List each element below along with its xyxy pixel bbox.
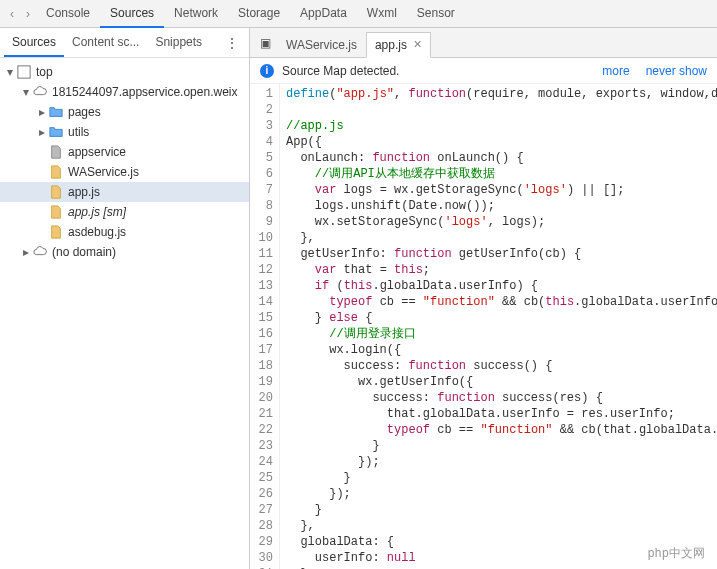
more-icon[interactable]: ⋮ (219, 35, 245, 51)
twisty-icon[interactable]: ▸ (36, 105, 48, 119)
close-icon[interactable]: ✕ (413, 38, 422, 51)
cloud-icon (32, 244, 48, 260)
top-tab-console[interactable]: Console (36, 0, 100, 28)
top-tab-sources[interactable]: Sources (100, 0, 164, 28)
tree-item-label: app.js (68, 185, 100, 199)
info-more-link[interactable]: more (602, 64, 629, 78)
sources-subtab[interactable]: Sources (4, 29, 64, 57)
sources-subtab[interactable]: Content sc... (64, 29, 147, 57)
twisty-icon[interactable]: ▸ (36, 125, 48, 139)
tree-item-label: utils (68, 125, 89, 139)
sources-subtabs: SourcesContent sc...Snippets ⋮ (0, 28, 249, 58)
tree-item-label: WAService.js (68, 165, 139, 179)
tree-item[interactable]: ▾1815244097.appservice.open.weix (0, 82, 249, 102)
editor-tab[interactable]: WAService.js (277, 32, 366, 58)
top-tab-storage[interactable]: Storage (228, 0, 290, 28)
editor-panel: ▣ WAService.jsapp.js✕ i Source Map detec… (250, 28, 717, 569)
twisty-icon[interactable]: ▾ (20, 85, 32, 99)
top-tab-network[interactable]: Network (164, 0, 228, 28)
tree-item[interactable]: ▸(no domain) (0, 242, 249, 262)
folder-icon (48, 104, 64, 120)
file-js-icon (48, 164, 64, 180)
tree-item-label: top (36, 65, 53, 79)
twisty-icon[interactable]: ▸ (20, 245, 32, 259)
frame-icon (16, 64, 32, 80)
main-split: SourcesContent sc...Snippets ⋮ ▾top▾1815… (0, 28, 717, 569)
sourcemap-info-bar: i Source Map detected. more never show (250, 58, 717, 84)
nav-right-icon[interactable]: › (20, 7, 36, 21)
twisty-icon[interactable]: ▾ (4, 65, 16, 79)
file-js-icon (48, 184, 64, 200)
tree-item-label: 1815244097.appservice.open.weix (52, 85, 237, 99)
info-text: Source Map detected. (282, 64, 586, 78)
tree-item[interactable]: appservice (0, 142, 249, 162)
tree-item-label: asdebug.js (68, 225, 126, 239)
tree-item[interactable]: ▸utils (0, 122, 249, 142)
file-js-icon (48, 224, 64, 240)
tree-item[interactable]: app.js [sm] (0, 202, 249, 222)
editor-tabs: ▣ WAService.jsapp.js✕ (250, 28, 717, 58)
tree-item-label: pages (68, 105, 101, 119)
info-never-show-link[interactable]: never show (646, 64, 707, 78)
line-gutter: 1 2 3 4 5 6 7 8 9 10 11 12 13 14 15 16 1… (250, 84, 280, 569)
top-tab-sensor[interactable]: Sensor (407, 0, 465, 28)
editor-tab-label: app.js (375, 38, 407, 52)
code-content[interactable]: define("app.js", function(require, modul… (280, 84, 717, 569)
editor-tab-label: WAService.js (286, 38, 357, 52)
editor-tab[interactable]: app.js✕ (366, 32, 431, 58)
tree-item[interactable]: ▸pages (0, 102, 249, 122)
tree-item-label: appservice (68, 145, 126, 159)
tree-item-label: app.js [sm] (68, 205, 126, 219)
file-js-icon (48, 204, 64, 220)
tree-item-label: (no domain) (52, 245, 116, 259)
cloud-icon (32, 84, 48, 100)
sources-subtab[interactable]: Snippets (147, 29, 210, 57)
svg-rect-0 (18, 66, 30, 78)
toggle-navigator-icon[interactable]: ▣ (254, 36, 277, 50)
file-grey-icon (48, 144, 64, 160)
code-editor[interactable]: 1 2 3 4 5 6 7 8 9 10 11 12 13 14 15 16 1… (250, 84, 717, 569)
tree-item[interactable]: app.js (0, 182, 249, 202)
top-tab-appdata[interactable]: AppData (290, 0, 357, 28)
tree-item[interactable]: asdebug.js (0, 222, 249, 242)
top-tab-wxml[interactable]: Wxml (357, 0, 407, 28)
nav-left-icon[interactable]: ‹ (4, 7, 20, 21)
file-tree[interactable]: ▾top▾1815244097.appservice.open.weix▸pag… (0, 58, 249, 569)
tree-item[interactable]: WAService.js (0, 162, 249, 182)
info-icon: i (260, 64, 274, 78)
devtools-top-tabs: ‹ › ConsoleSourcesNetworkStorageAppDataW… (0, 0, 717, 28)
folder-icon (48, 124, 64, 140)
tree-item[interactable]: ▾top (0, 62, 249, 82)
left-panel: SourcesContent sc...Snippets ⋮ ▾top▾1815… (0, 28, 250, 569)
